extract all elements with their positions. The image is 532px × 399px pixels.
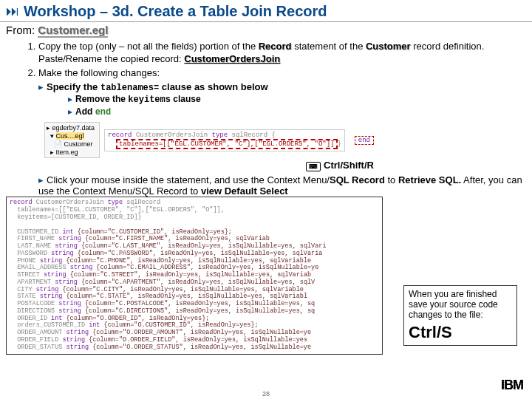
arrow-icon: ▸ — [38, 81, 44, 92]
save-instruction-box: When you are finished save your source c… — [403, 285, 517, 346]
text: to — [385, 174, 398, 185]
arrow-icon: ▸ — [38, 174, 44, 185]
ibm-logo: IBM — [501, 378, 523, 393]
slide-title: Workshop – 3d. Create a Table Join Recor… — [24, 3, 327, 20]
figure-1: ▸ egderby7.data ▾ Cus....egl 📄 Customer … — [44, 122, 532, 158]
tree-item: ▸ Item.eg — [47, 149, 95, 157]
figure-2: record CustomerOrdersJoin type sqlRecord… — [0, 197, 532, 354]
record-kw: Record — [259, 41, 292, 52]
substep-remove: ▸Remove the keyitems clause — [0, 93, 532, 106]
code-line: keyitems=[CUSTOMER_ID, ORDER_ID]} — [10, 214, 379, 222]
code-snippet-2: record CustomerOrdersJoin type sqlRecord… — [6, 197, 383, 354]
shortcut-ctrl-s: Ctrl/S — [409, 323, 512, 342]
text: Click your mouse inside the statement, a… — [47, 174, 330, 185]
fastforward-icon: ⏭ — [6, 4, 19, 19]
arrow-icon: ▸ — [68, 106, 72, 117]
code-line: record CustomerOrdersJoin type sqlRecord… — [108, 132, 341, 139]
tree-item: ▸ egderby7.data — [47, 124, 95, 132]
text: clause as shown below — [159, 81, 267, 92]
from-filename: Customer.egl — [38, 24, 108, 38]
code-snippet-1: record CustomerOrdersJoin type sqlRecord… — [104, 129, 345, 151]
save-text: When you are finished save your source c… — [409, 289, 512, 320]
tree-item: 📄 Customer — [47, 140, 95, 149]
slide-header: ⏭ Workshop – 3d. Create a Table Join Rec… — [0, 0, 532, 22]
shortcut-ctrl-shift-r: ⌨Ctrl/Shift/R — [148, 160, 532, 171]
tree-item: ▾ Cus....egl — [47, 132, 95, 140]
step-3: ▸Specify the tablenames= clause as shown… — [0, 81, 532, 93]
text: Specify the — [47, 81, 100, 92]
view-default: view Default Select — [201, 185, 288, 197]
code-line: ORDER_STATUS string {column="O.ORDER_STA… — [10, 344, 379, 352]
end-callout: end — [355, 136, 374, 145]
instruction-list: Copy the top (only – not all the fields)… — [0, 41, 532, 80]
text: statement of the — [292, 41, 366, 52]
step-1: Copy the top (only – not all the fields)… — [38, 41, 532, 66]
keyboard-icon: ⌨ — [306, 162, 321, 171]
sql-record: SQL Record — [330, 174, 385, 185]
arrow-icon: ▸ — [68, 94, 72, 104]
project-tree: ▸ egderby7.data ▾ Cus....egl 📄 Customer … — [44, 122, 100, 158]
from-line: From: Customer.egl — [0, 22, 532, 39]
keyitems-kw: keyitems — [128, 95, 171, 105]
step-2: Make the following changes: — [38, 67, 532, 80]
code-line: tablenames=[["EGL.CUSTOMER", "C"],["EGL.… — [108, 139, 341, 149]
tablenames-kw: tablenames= — [100, 83, 159, 93]
from-label: From: — [6, 24, 38, 36]
text: clause — [171, 94, 201, 104]
text: Remove the — [75, 94, 128, 104]
customer-kw: Customer — [366, 41, 411, 52]
end-kw: end — [95, 107, 112, 117]
substep-add: ▸Add end — [0, 106, 532, 119]
text: Copy the top (only – not all the fields)… — [38, 41, 259, 52]
text: Add — [75, 106, 95, 117]
step-4: ▸Click your mouse inside the statement, … — [0, 174, 532, 197]
retrieve-sql: Retrieve SQL. — [398, 174, 461, 185]
target-record: CustomerOrdersJoin — [184, 53, 280, 64]
page-number: 28 — [262, 390, 270, 398]
